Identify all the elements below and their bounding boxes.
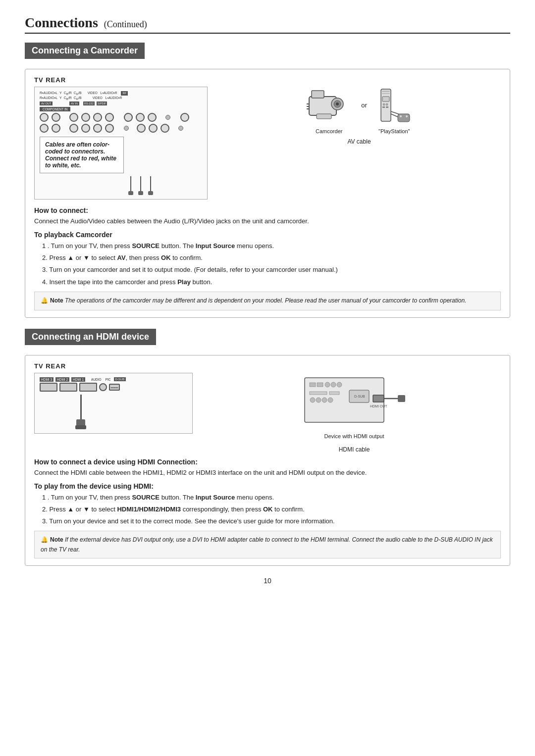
how-to-connect-1: How to connect: Connect the Audio/Video … [34, 206, 501, 226]
av-cable-label: AV cable [347, 138, 371, 145]
port-circle-5 [93, 113, 102, 122]
note-text-2: If the external device has DVI output on… [41, 536, 493, 553]
section2-box: TV REAR HDMI 3 HDMI 2 HDMI 1 AUDIO PIC D… [25, 355, 510, 566]
playback-steps: 1 . Turn on your TV, then press SOURCE b… [34, 241, 501, 287]
hdmi-cable-down [40, 395, 187, 429]
dsub-tag: D-SUB [114, 377, 126, 381]
cable-line-2 [140, 176, 141, 191]
port-circle-2 [52, 113, 60, 122]
svg-point-13 [383, 103, 385, 105]
how-to-text-1: Connect the Audio/Video cables between t… [34, 216, 501, 226]
tv-rear-label-1: TV REAR [34, 76, 501, 84]
hdmi3-tag: HDMI 3 [40, 377, 54, 382]
hdmi-cable-wrap [75, 395, 86, 429]
svg-point-25 [325, 382, 330, 387]
svg-point-33 [328, 398, 333, 403]
cable-line-1-wrap [128, 176, 133, 195]
av-cable-connection: Camcorder or [217, 87, 501, 134]
play-hdmi-section: To play from the device using HDMI: 1 . … [34, 482, 501, 527]
rs232-label: RS-232 [83, 101, 95, 105]
cable-note-box: Cables are often color-coded to connecto… [40, 137, 124, 173]
port-circle-3 [69, 113, 78, 122]
hdmi-right-area: D-SUB HDMI OUT Device with HDMI output H… [208, 373, 501, 453]
hdmi-step-3: 3. Turn on your device and set it to the… [42, 516, 501, 527]
svg-rect-16 [386, 106, 388, 108]
label-cr-2: CR/B [74, 96, 82, 101]
plug-2 [138, 191, 143, 195]
hdmi-device-illustration: D-SUB HDMI OUT Device with HDMI output [300, 373, 409, 439]
step-1-4: 4. Insert the tape into the camcorder an… [42, 277, 501, 288]
note-box-1: 🔔 Note The operations of the camcorder m… [34, 292, 501, 310]
note-box-2: 🔔 Note If the external device has DVI ou… [34, 531, 501, 558]
label-laudioR-1: L▪AUDIO▪R [101, 91, 117, 96]
port-circle-10 [180, 113, 189, 122]
playback-section: To playback Camcorder 1 . Turn on your T… [34, 231, 501, 287]
label-cr-1: CR/B [74, 91, 82, 96]
port-circle-7 [124, 113, 133, 122]
how-to-connect-2: How to connect a device using HDMI Conne… [34, 458, 501, 478]
port-circle-18 [149, 124, 158, 133]
note-icon-1: 🔔 [41, 296, 48, 305]
cable-note-text: Cables are often color-coded to connecto… [45, 141, 116, 169]
tv-rear-label-2: TV REAR [34, 362, 501, 370]
camcorder-illustration: Camcorder [307, 87, 351, 134]
section1-header: Connecting a Camcorder [25, 43, 145, 59]
svg-text:D-SUB: D-SUB [354, 395, 365, 398]
label-y-2: Y [59, 96, 62, 101]
spdif-label: S/PDIF [97, 101, 107, 105]
dsub-port: ▬▬▬ [109, 384, 120, 391]
device-label: Device with HDMI output [324, 433, 384, 439]
svg-rect-15 [382, 106, 385, 108]
port-small-2 [124, 126, 129, 131]
port-circle-12 [52, 124, 60, 133]
note-icon-2: 🔔 [41, 535, 48, 544]
hdmi-cable-line [80, 395, 82, 419]
hdmi2-port [59, 383, 77, 392]
label-cb-2: CB/R [64, 96, 72, 101]
port-circle-16 [105, 124, 114, 133]
section2-header: Connecting an HDMI device [25, 329, 156, 345]
port-circle-11 [40, 124, 49, 133]
svg-rect-39 [398, 395, 405, 402]
step-1-2: 2. Press ▲ or ▼ to select AV, then press… [42, 252, 501, 263]
page-number: 10 [25, 577, 510, 585]
port-row-1 [40, 113, 202, 122]
hdmi-tv-box: HDMI 3 HDMI 2 HDMI 1 AUDIO PIC D-SUB ▬▬▬ [34, 373, 193, 434]
hdmi-diagram-area: HDMI 3 HDMI 2 HDMI 1 AUDIO PIC D-SUB ▬▬▬ [34, 373, 501, 453]
svg-rect-11 [382, 93, 390, 94]
svg-rect-12 [382, 97, 389, 101]
playstation-svg [377, 87, 412, 126]
svg-point-32 [322, 398, 327, 403]
avin-label: AV IN [69, 101, 79, 105]
port-small-3 [178, 126, 183, 131]
play-hdmi-steps: 1 . Turn on your TV, then press SOURCE b… [34, 492, 501, 527]
audio-label: AUDIO [91, 378, 102, 381]
label-laudioR-2: L▪AUDIO▪R [106, 96, 122, 101]
how-to-connect-hdmi-title: How to connect a device using HDMI Conne… [34, 458, 501, 466]
svg-rect-19 [398, 114, 410, 122]
port-row-2 [40, 124, 202, 133]
playstation-illustration: "PlayStation" [377, 87, 412, 134]
plug-1 [128, 191, 133, 195]
note-label-1: 🔔 Note [41, 296, 63, 305]
svg-point-31 [316, 398, 321, 403]
tv-rear-box-1: R▪AUDIO▪L Y CB/R CR/B VIDEO L▪AUDIO▪R RF… [34, 87, 208, 200]
svg-rect-4 [312, 91, 324, 98]
plug-3 [148, 191, 153, 195]
cable-line-2-wrap [138, 176, 143, 195]
title-text: Connections [25, 15, 98, 30]
pic-label: PIC [106, 378, 111, 381]
hdmi-labels-row: HDMI 3 HDMI 2 HDMI 1 AUDIO PIC D-SUB [40, 377, 187, 382]
label-y-1: Y [59, 91, 62, 96]
cable-line-3-wrap [148, 176, 153, 195]
avout-label: AV OUT [40, 101, 53, 105]
label-raudio-l-1: R▪AUDIO▪L [40, 91, 57, 96]
step-1-1: 1 . Turn on your TV, then press SOURCE b… [42, 241, 501, 252]
label-video-1: VIDEO [88, 91, 98, 96]
hdmi-step-2: 2. Press ▲ or ▼ to select HDMI1/HDMI2/HD… [42, 504, 501, 515]
hdmi-cable-label: HDMI cable [339, 446, 370, 453]
svg-rect-28 [310, 392, 327, 395]
port-circle-14 [81, 124, 90, 133]
or-label: or [361, 101, 367, 109]
port-small-1 [165, 115, 170, 120]
